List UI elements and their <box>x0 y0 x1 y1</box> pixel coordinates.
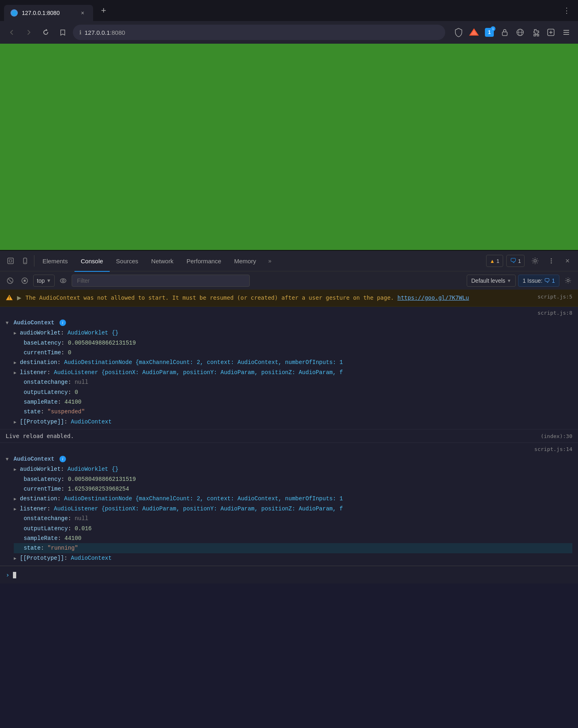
entry2-info-icon[interactable]: i <box>60 456 66 462</box>
default-levels-button[interactable]: Default levels ▼ <box>467 275 516 287</box>
tab-menu-button[interactable]: ⋮ <box>559 3 574 18</box>
entry2-prop-3: ▶ destination: AudioDestinationNode {max… <box>14 494 572 504</box>
entry2-prop-9: ▶ [[Prototype]]: AudioContext <box>14 553 572 563</box>
brave-badge: 1 <box>491 26 495 31</box>
brave-icon-button[interactable]: 1 1 <box>482 25 496 39</box>
entry2-prop-8: state: "running" <box>14 543 572 553</box>
context-dropdown-arrow: ▼ <box>46 278 51 284</box>
svg-rect-6 <box>502 32 507 36</box>
svg-rect-14 <box>8 258 13 264</box>
tab-console[interactable]: Console <box>74 251 110 272</box>
warnings-badge[interactable]: ▲ 1 <box>486 255 503 267</box>
devtools-toolbar-right: ▲ 1 🗨 1 × <box>486 254 575 268</box>
console-cursor <box>13 572 16 578</box>
devtools-panel: Elements Console Sources Network Perform… <box>0 250 578 584</box>
entry1-prop-2: currentTime: 0 <box>14 348 572 358</box>
devtools-device-button[interactable] <box>18 254 32 268</box>
entry2-prop-3-expand[interactable]: ▶ <box>14 495 20 502</box>
brave-shield-button[interactable] <box>452 25 465 39</box>
tab-title: 127.0.0.1:8080 <box>22 10 74 16</box>
new-tab-button[interactable]: + <box>96 3 111 18</box>
entry2-obj-label[interactable]: AudioContext <box>14 456 58 462</box>
tab-performance[interactable]: Performance <box>180 251 228 272</box>
entry1-prop-3: ▶ destination: AudioDestinationNode {max… <box>14 358 572 367</box>
msg-badge-icon: 🗨 <box>510 257 516 265</box>
browser-chrome: 🌐 127.0.0.1:8080 × + ⋮ ℹ 127.0.0.1:8080 <box>0 0 578 44</box>
svg-point-27 <box>62 279 64 281</box>
devtools-settings-button[interactable] <box>528 254 542 268</box>
entry2-prop-6: outputLatency: 0.016 <box>14 524 572 533</box>
entry1-prop-0-expand[interactable]: ▶ <box>14 330 20 336</box>
entry2-prop-5: onstatechange: null <box>14 514 572 523</box>
entry1-prop-4-expand[interactable]: ▶ <box>14 369 20 376</box>
browser-menu-button[interactable] <box>559 25 573 39</box>
tab-bar: 🌐 127.0.0.1:8080 × + ⋮ <box>0 0 578 21</box>
entry2-collapse-arrow[interactable]: ▼ <box>6 457 8 462</box>
entry2-source-link[interactable]: script.js:14 <box>534 445 572 454</box>
warning-source-link[interactable]: script.js:5 <box>538 294 572 300</box>
live-reload-source-link[interactable]: (index):30 <box>541 433 572 439</box>
devtools-inspect-button[interactable] <box>3 254 18 268</box>
entry2-prop-7: sampleRate: 44100 <box>14 533 572 543</box>
entry2-prop-1: baseLatency: 0.005804988662131519 <box>14 474 572 484</box>
entry1-prop-9-expand[interactable]: ▶ <box>14 419 20 425</box>
warning-triangle-icon: ! <box>6 294 13 301</box>
entry2-prop-4: ▶ listener: AudioListener {positionX: Au… <box>14 504 572 514</box>
entry2-prop-4-expand[interactable]: ▶ <box>14 506 20 512</box>
console-warning-entry: ! ▶ The AudioContext was not allowed to … <box>0 290 578 307</box>
console-eye-button[interactable] <box>57 275 69 287</box>
svg-point-28 <box>567 279 569 282</box>
console-input-line[interactable]: › <box>0 566 578 584</box>
back-button[interactable] <box>5 25 19 39</box>
rewards-button[interactable] <box>544 25 558 39</box>
devtools-more-options-button[interactable] <box>544 254 559 268</box>
entry1-prop-8: state: "suspended" <box>14 407 572 417</box>
warning-expand-arrow[interactable]: ▶ <box>17 294 21 301</box>
msg-badge-count: 1 <box>518 258 521 264</box>
warning-text: The AudioContext was not allowed to star… <box>26 294 533 302</box>
svg-point-18 <box>534 260 536 262</box>
entry1-obj-label[interactable]: AudioContext <box>14 320 58 326</box>
console-settings-button[interactable] <box>562 275 574 287</box>
address-bar[interactable]: ℹ 127.0.0.1:8080 <box>73 25 445 40</box>
browser-tab-active[interactable]: 🌐 127.0.0.1:8080 × <box>4 5 93 21</box>
reload-button[interactable] <box>39 25 53 39</box>
console-filter-input[interactable] <box>72 275 250 287</box>
entry2-prop-0-expand[interactable]: ▶ <box>14 466 20 472</box>
entry1-prop-1: baseLatency: 0.005804988662131519 <box>14 338 572 348</box>
issues-button[interactable]: 1 Issue: 🗨 1 <box>518 275 559 287</box>
more-tabs-button[interactable]: » <box>263 254 277 268</box>
svg-rect-25 <box>24 279 26 281</box>
tab-network[interactable]: Network <box>145 251 180 272</box>
console-content: ! ▶ The AudioContext was not allowed to … <box>0 290 578 584</box>
tab-close-button[interactable]: × <box>79 9 87 17</box>
lock-icon-button[interactable] <box>498 25 512 39</box>
extensions-button[interactable] <box>529 25 542 39</box>
console-stop-button[interactable] <box>19 275 31 287</box>
svg-rect-16 <box>23 258 27 264</box>
context-selector[interactable]: top ▼ <box>33 275 55 287</box>
bookmark-button[interactable] <box>56 25 70 39</box>
globe-icon-button[interactable] <box>513 25 527 39</box>
devtools-close-button[interactable]: × <box>560 254 575 268</box>
entry1-source-link[interactable]: script.js:8 <box>538 309 572 317</box>
entry1-info-icon[interactable]: i <box>60 320 66 326</box>
console-toolbar: top ▼ Default levels ▼ 1 Issue: 🗨 1 <box>0 271 578 290</box>
entry1-prop-9: ▶ [[Prototype]]: AudioContext <box>14 417 572 427</box>
brave-logo-button[interactable] <box>467 25 481 39</box>
messages-badge[interactable]: 🗨 1 <box>506 255 525 267</box>
entry1-prop-3-expand[interactable]: ▶ <box>14 359 20 366</box>
entry2-prop-9-expand[interactable]: ▶ <box>14 555 20 561</box>
svg-rect-15 <box>9 260 12 262</box>
forward-button[interactable] <box>22 25 36 39</box>
warning-link[interactable]: https://goo.gl/7K7WLu <box>397 294 469 301</box>
tab-sources[interactable]: Sources <box>110 251 145 272</box>
console-clear-button[interactable] <box>4 275 16 287</box>
live-reload-text: Live reload enabled. <box>6 433 74 439</box>
tab-elements[interactable]: Elements <box>36 251 74 272</box>
entry1-collapse-arrow[interactable]: ▼ <box>6 320 8 326</box>
nav-icons-group: 1 1 <box>452 25 573 39</box>
default-levels-arrow: ▼ <box>507 278 511 283</box>
tab-memory[interactable]: Memory <box>228 251 263 272</box>
entry1-prop-7: sampleRate: 44100 <box>14 397 572 407</box>
